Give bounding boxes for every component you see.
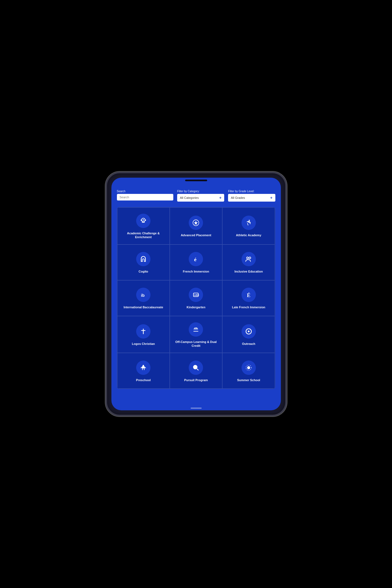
program-icon-inclusive-education bbox=[242, 252, 256, 266]
svg-point-1 bbox=[143, 219, 144, 221]
program-cell-summer-school[interactable]: Summer School bbox=[222, 353, 275, 389]
program-cell-off-campus[interactable]: Off-Campus Learning & Dual Credit bbox=[170, 316, 222, 353]
program-name-academic-challenge: Academic Challenge & Enrichment bbox=[121, 231, 166, 239]
program-name-advanced-placement: Advanced Placement bbox=[181, 233, 211, 237]
program-name-french-immersion: French Immersion bbox=[183, 270, 209, 273]
grade-value: All Grades bbox=[231, 196, 245, 199]
program-cell-preschool[interactable]: Preschool bbox=[117, 353, 170, 389]
program-icon-logos-christian bbox=[136, 324, 150, 339]
svg-text:É: É bbox=[247, 292, 250, 298]
tablet-screen: Search Filter by Category: All Categorie… bbox=[111, 178, 281, 410]
program-name-summer-school: Summer School bbox=[237, 378, 260, 382]
program-icon-pursuit-program bbox=[189, 361, 203, 375]
program-name-late-french-immersion: Late French Immersion bbox=[232, 305, 265, 309]
program-cell-cogito[interactable]: Cogito bbox=[117, 244, 170, 280]
grade-plus-icon: + bbox=[270, 196, 272, 200]
search-label: Search bbox=[117, 190, 174, 193]
program-name-athletic-academy: Athletic Academy bbox=[236, 233, 261, 237]
program-name-logos-christian: Logos Christian bbox=[132, 342, 155, 346]
program-name-off-campus: Off-Campus Learning & Dual Credit bbox=[173, 340, 219, 348]
program-icon-preschool bbox=[136, 361, 150, 375]
svg-text:ABC: ABC bbox=[194, 294, 200, 297]
program-name-cogito: Cogito bbox=[139, 270, 148, 273]
grade-select[interactable]: All Grades + bbox=[228, 194, 275, 202]
search-group: Search bbox=[117, 190, 174, 202]
program-icon-advanced-placement bbox=[189, 216, 203, 230]
program-cell-academic-challenge[interactable]: Academic Challenge & Enrichment bbox=[117, 207, 170, 244]
program-name-outreach: Outreach bbox=[242, 342, 255, 346]
filter-bar: Search Filter by Category: All Categorie… bbox=[117, 190, 275, 202]
program-cell-advanced-placement[interactable]: Advanced Placement bbox=[170, 207, 222, 244]
grade-group: Filter by Grade Level: All Grades + bbox=[228, 190, 275, 202]
svg-point-15 bbox=[247, 366, 250, 369]
program-cell-pursuit-program[interactable]: Pursuit Program bbox=[170, 353, 222, 389]
program-icon-cogito bbox=[136, 252, 150, 266]
svg-point-3 bbox=[249, 220, 250, 221]
program-icon-kindergarten: ABC bbox=[189, 288, 203, 302]
program-cell-french-immersion[interactable]: é French Immersion bbox=[170, 244, 222, 280]
category-select[interactable]: All Categories + bbox=[177, 194, 224, 202]
grade-label: Filter by Grade Level: bbox=[228, 190, 275, 193]
svg-point-5 bbox=[246, 257, 248, 259]
svg-text:ib: ib bbox=[141, 293, 144, 298]
program-icon-summer-school bbox=[242, 361, 256, 375]
category-group: Filter by Category: All Categories + bbox=[177, 190, 224, 202]
program-icon-athletic-academy bbox=[242, 216, 256, 230]
program-icon-french-immersion: é bbox=[189, 252, 203, 266]
top-bar bbox=[111, 178, 281, 183]
program-name-preschool: Preschool bbox=[136, 378, 151, 382]
program-cell-outreach[interactable]: Outreach bbox=[222, 316, 275, 353]
tablet-device: Search Filter by Category: All Categorie… bbox=[105, 172, 287, 416]
program-icon-off-campus bbox=[189, 322, 203, 337]
svg-point-12 bbox=[248, 330, 250, 332]
program-name-pursuit-program: Pursuit Program bbox=[184, 378, 208, 382]
program-cell-kindergarten[interactable]: ABC Kindergarten bbox=[170, 280, 222, 316]
camera-notch bbox=[185, 180, 207, 181]
program-icon-international-baccalaureate: ib bbox=[136, 288, 150, 302]
home-indicator bbox=[191, 408, 202, 409]
program-cell-international-baccalaureate[interactable]: ib International Baccalaureate bbox=[117, 280, 170, 316]
svg-point-6 bbox=[249, 257, 251, 259]
program-icon-late-french-immersion: É bbox=[242, 288, 256, 302]
program-icon-academic-challenge bbox=[136, 214, 150, 228]
program-icon-outreach bbox=[242, 324, 256, 339]
category-plus-icon: + bbox=[219, 196, 221, 200]
svg-point-14 bbox=[194, 365, 197, 369]
program-name-international-baccalaureate: International Baccalaureate bbox=[124, 305, 163, 309]
search-input[interactable] bbox=[117, 194, 174, 200]
programs-grid: Academic Challenge & Enrichment Advanced… bbox=[117, 207, 275, 389]
category-label: Filter by Category: bbox=[177, 190, 224, 193]
svg-text:é: é bbox=[194, 257, 197, 262]
program-cell-inclusive-education[interactable]: Inclusive Education bbox=[222, 244, 275, 280]
program-cell-athletic-academy[interactable]: Athletic Academy bbox=[222, 207, 275, 244]
program-cell-logos-christian[interactable]: Logos Christian bbox=[117, 316, 170, 353]
screen-content: Search Filter by Category: All Categorie… bbox=[111, 183, 281, 410]
program-cell-late-french-immersion[interactable]: É Late French Immersion bbox=[222, 280, 275, 316]
program-name-inclusive-education: Inclusive Education bbox=[234, 270, 263, 273]
category-value: All Categories bbox=[180, 196, 199, 199]
program-name-kindergarten: Kindergarten bbox=[187, 305, 205, 309]
